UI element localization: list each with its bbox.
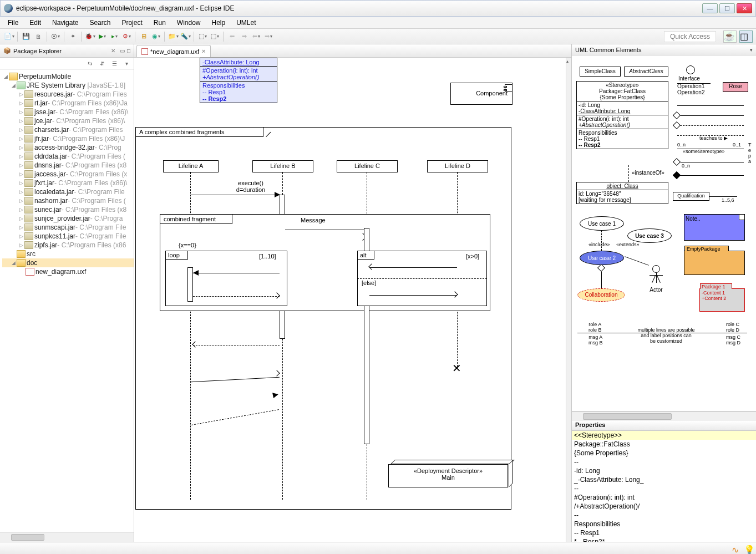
pal-abstractclass[interactable]: AbstractClass <box>624 67 668 77</box>
new-type-button[interactable]: ◉ <box>150 31 161 42</box>
loop-msg1[interactable] <box>193 273 280 273</box>
pal-qualification[interactable]: Qualification <box>673 192 709 201</box>
lifeline-a[interactable]: Lifeline A <box>163 160 219 172</box>
coverage-button[interactable]: ▸ <box>109 31 120 42</box>
pal-comp[interactable] <box>677 175 744 176</box>
jar-item[interactable]: ▷charsets.jar - C:\Program Files <box>2 125 134 134</box>
tab-close-icon[interactable]: ✕ <box>201 48 206 54</box>
activation-a[interactable] <box>187 267 193 302</box>
forward-button[interactable]: ➡ <box>239 31 250 42</box>
jre-label[interactable]: JRE System Library <box>27 82 85 89</box>
quick-access[interactable]: Quick Access <box>664 31 716 42</box>
pal-package1[interactable]: Package 1 -Content 1+Content 2 <box>699 288 745 312</box>
sequence-frame[interactable]: A complex combined fragments <box>135 127 511 510</box>
property-line[interactable]: <<Stereotype>> <box>572 431 756 440</box>
deployment-node[interactable]: «Deployment Descriptor» Main <box>388 460 513 487</box>
project-tree[interactable]: ◢PerpetuumMobile ◢JRE System Library [Ja… <box>0 70 134 532</box>
menu-umlet[interactable]: UMLet <box>232 18 260 28</box>
lifeline-d[interactable]: Lifeline D <box>427 160 488 172</box>
pal-agg[interactable] <box>677 162 744 162</box>
last-edit-button[interactable]: ⬅ <box>251 31 262 42</box>
pal-object[interactable]: object: Class id: Long="36548"[waiting f… <box>576 182 668 204</box>
jar-item[interactable]: ▷resources.jar - C:\Program Files <box>2 90 134 99</box>
external-tools-button[interactable]: ⚙ <box>121 31 132 42</box>
perspective-java[interactable]: ☕ <box>723 31 737 43</box>
property-line[interactable]: -- <box>572 511 756 520</box>
tip-icon[interactable]: 💡 <box>744 545 752 552</box>
jar-item[interactable]: ▷dnsns.jar - C:\Program Files (x8 <box>2 161 134 170</box>
view-maximize-icon[interactable]: □ <box>127 48 130 54</box>
next-annotation-button[interactable]: ➡ <box>263 31 274 42</box>
nav-button-1[interactable]: ⬚ <box>197 31 208 42</box>
rss-icon[interactable]: ∿ <box>732 545 739 552</box>
diagram-canvas[interactable]: -ClassAttribute: Long #Operation(i: int)… <box>134 58 571 542</box>
return-b-a[interactable] <box>193 345 280 345</box>
jar-item[interactable]: ▷zipfs.jar - C:\Program Files (x86 <box>2 241 134 250</box>
pal-assoc[interactable] <box>677 105 744 106</box>
jar-item[interactable]: ▷sunpkcs11.jar - C:\Program File <box>2 232 134 241</box>
pal-actor[interactable]: Actor <box>645 265 667 293</box>
pal-usecase2[interactable]: Use case 2 <box>580 251 624 265</box>
filter-icon[interactable]: ☰ <box>110 60 118 68</box>
menu-project[interactable]: Project <box>117 18 146 28</box>
collapse-all-icon[interactable]: ⇆ <box>86 60 94 68</box>
alt-msg1[interactable] <box>369 267 457 268</box>
view-minimize-icon[interactable]: ▭ <box>120 48 125 54</box>
property-line[interactable]: /+AbstractOperation()/ <box>572 502 756 511</box>
menu-help[interactable]: Help <box>207 18 230 28</box>
search-button[interactable]: 🔦 <box>180 31 191 42</box>
uml-component[interactable]: Component <box>450 83 513 105</box>
pal-gen[interactable] <box>677 115 744 116</box>
debug-button[interactable]: 🐞 <box>84 31 95 42</box>
menu-edit[interactable]: Edit <box>25 18 45 28</box>
pal-realize[interactable] <box>677 125 744 126</box>
pal-rose[interactable]: Rose <box>723 82 748 92</box>
menu-window[interactable]: Window <box>172 18 205 28</box>
uxf-file[interactable]: new_diagram.uxf <box>35 268 86 276</box>
property-line[interactable]: Package::FatClass <box>572 440 756 449</box>
palette-canvas[interactable]: SimpleClass AbstractClass «Stereotype»Pa… <box>572 55 756 411</box>
jar-item[interactable]: ▷nashorn.jar - C:\Program Files ( <box>2 196 134 205</box>
editor-tab[interactable]: *new_diagram.uxf ✕ <box>136 45 211 57</box>
jar-item[interactable]: ▷sunec.jar - C:\Program Files (x8 <box>2 205 134 214</box>
jar-item[interactable]: ▷jfr.jar - C:\Program Files (x86)\J <box>2 134 134 143</box>
pal-usecase1[interactable]: Use case 1 <box>580 216 624 231</box>
menu-search[interactable]: Search <box>85 18 115 28</box>
jar-item[interactable]: ▷localedata.jar - C:\Program File <box>2 187 134 196</box>
tree-hscrollbar[interactable] <box>0 532 134 542</box>
perspective-umlet[interactable]: ◫ <box>739 31 753 43</box>
src-folder[interactable]: src <box>27 250 35 258</box>
pal-collaboration[interactable]: Collaboration <box>577 288 625 302</box>
jar-item[interactable]: ▷sunjce_provider.jar - C:\Progra <box>2 214 134 223</box>
msg-b-c[interactable] <box>285 230 364 230</box>
palette-hscrollbar[interactable] <box>572 411 756 421</box>
link-editor-icon[interactable]: ⇵ <box>98 60 106 68</box>
save-all-button[interactable]: 🗎 <box>33 31 44 42</box>
pal-fatclass[interactable]: «Stereotype»Package::FatClass{Some Prope… <box>576 81 668 149</box>
run-button[interactable]: ▶ <box>97 31 108 42</box>
palette-dropdown-icon[interactable]: ▾ <box>750 47 753 53</box>
nav-button-2[interactable]: ⬚ <box>209 31 220 42</box>
uml-class-box[interactable]: -ClassAttribute: Long #Operation(i: int)… <box>200 58 277 103</box>
doc-folder[interactable]: doc <box>27 259 37 267</box>
jar-item[interactable]: ▷cldrdata.jar - C:\Program Files ( <box>2 152 134 161</box>
maximize-button[interactable]: ☐ <box>719 3 735 13</box>
menu-run[interactable]: Run <box>149 18 170 28</box>
view-close-icon[interactable]: ✕ <box>109 48 118 54</box>
view-menu-icon[interactable]: ▾ <box>123 60 130 68</box>
new-package-button[interactable]: ⊞ <box>138 31 149 42</box>
property-line[interactable]: #Operation(i: int): int <box>572 493 756 502</box>
project-name[interactable]: PerpetuumMobile <box>19 73 71 80</box>
pal-note[interactable]: Note.. <box>684 214 745 241</box>
new-button[interactable]: 📄 <box>3 31 14 42</box>
magic-button[interactable]: ✦ <box>67 31 78 42</box>
property-line[interactable]: Responsibilities <box>572 520 756 528</box>
loop-return[interactable] <box>193 296 280 297</box>
property-line[interactable]: -- <box>572 458 756 466</box>
jar-item[interactable]: ▷rt.jar - C:\Program Files (x86)\Ja <box>2 99 134 108</box>
properties-editor[interactable]: <<Stereotype>>Package::FatClass{Some Pro… <box>572 431 756 542</box>
skip-breakpoints-button[interactable]: ⦿ <box>50 31 61 42</box>
editor-vscrollbar[interactable]: ▴ <box>566 58 571 542</box>
jar-item[interactable]: ▷jce.jar - C:\Program Files (x86)\ <box>2 116 134 125</box>
save-button[interactable]: 💾 <box>21 31 32 42</box>
